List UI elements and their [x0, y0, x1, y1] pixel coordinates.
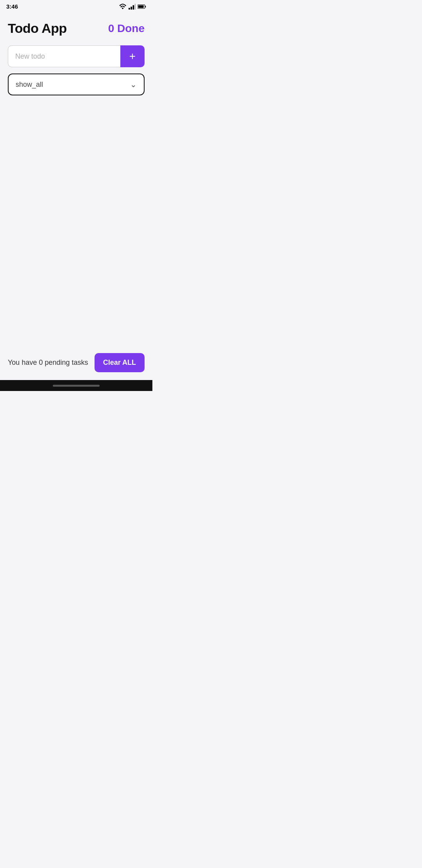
chevron-down-icon: ⌄ — [130, 80, 137, 89]
pending-tasks-text: You have 0 pending tasks — [8, 359, 88, 367]
status-bar: 3:46 — [0, 0, 152, 11]
wifi-icon — [119, 4, 127, 10]
filter-dropdown[interactable]: show_all ⌄ — [8, 74, 145, 95]
app-header: Todo App 0 Done — [8, 18, 145, 39]
svg-rect-3 — [135, 4, 136, 9]
footer: You have 0 pending tasks Clear ALL — [0, 346, 152, 380]
new-todo-input[interactable] — [8, 45, 120, 67]
svg-rect-5 — [145, 5, 146, 7]
filter-dropdown-label: show_all — [16, 81, 43, 89]
home-indicator — [53, 385, 100, 387]
todo-list-area — [8, 102, 145, 346]
input-row: + — [8, 45, 145, 67]
plus-icon: + — [129, 51, 136, 62]
svg-rect-1 — [131, 7, 132, 10]
status-time: 3:46 — [6, 3, 18, 10]
done-count: 0 Done — [108, 22, 145, 35]
signal-icon — [129, 4, 136, 10]
app-title: Todo App — [8, 21, 67, 36]
svg-rect-6 — [138, 5, 144, 7]
clear-all-button[interactable]: Clear ALL — [95, 353, 145, 372]
svg-rect-0 — [129, 8, 130, 10]
status-icons — [119, 4, 146, 10]
add-todo-button[interactable]: + — [120, 45, 145, 67]
home-indicator-bar — [0, 380, 152, 391]
battery-icon — [138, 4, 146, 9]
main-content: Todo App 0 Done + show_all ⌄ — [0, 11, 152, 346]
svg-rect-2 — [133, 5, 134, 9]
